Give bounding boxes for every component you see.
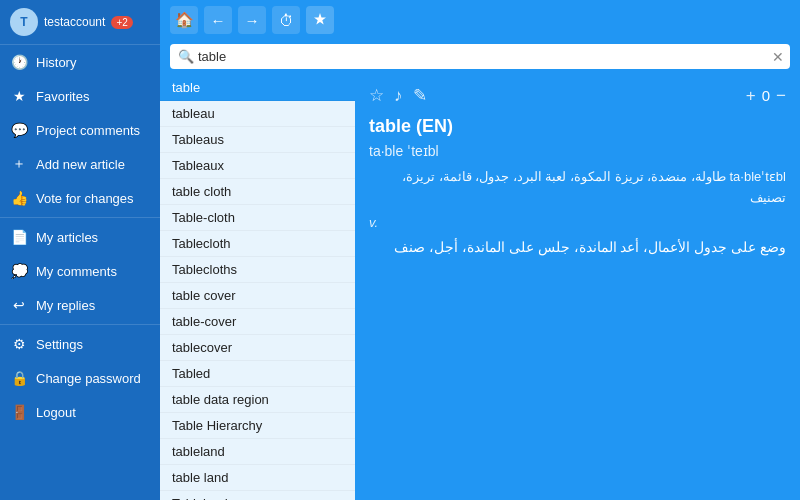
sidebar-item-favorites[interactable]: ★ Favorites: [0, 79, 160, 113]
main-panel: 🏠 ← → ⏱ 🔍 ✕ table tableau Tableaus Table…: [160, 0, 800, 500]
sidebar-badge: +2: [111, 16, 132, 29]
lock-icon: 🔒: [10, 369, 28, 387]
definition-pos: v.: [369, 215, 786, 230]
back-button[interactable]: ←: [204, 6, 232, 34]
definition-phonetic: ta·ble ˈteɪbl: [369, 143, 786, 159]
sidebar-item-label: Logout: [36, 405, 76, 420]
plus-button[interactable]: +: [746, 86, 756, 106]
avatar: T: [10, 8, 38, 36]
word-item-tablecover[interactable]: tablecover: [160, 335, 355, 361]
sidebar-item-label: My comments: [36, 264, 117, 279]
settings-icon: ⚙: [10, 335, 28, 353]
comments-icon: 💬: [10, 121, 28, 139]
sidebar-item-label: Settings: [36, 337, 83, 352]
sidebar-item-label: My articles: [36, 230, 98, 245]
home-button[interactable]: 🏠: [170, 6, 198, 34]
word-item-tableaux[interactable]: Tableaux: [160, 153, 355, 179]
sidebar-item-my-replies[interactable]: ↩ My replies: [0, 288, 160, 322]
word-item-table-hierarchy[interactable]: Table Hierarchy: [160, 413, 355, 439]
sidebar-item-history[interactable]: 🕐 History: [0, 45, 160, 79]
word-item-table[interactable]: table: [160, 75, 355, 101]
search-wrapper: 🔍 ✕: [170, 44, 790, 69]
sidebar-item-project-comments[interactable]: 💬 Project comments: [0, 113, 160, 147]
word-item-tablecloths[interactable]: Tablecloths: [160, 257, 355, 283]
vote-icon: 👍: [10, 189, 28, 207]
sidebar-item-label: Favorites: [36, 89, 89, 104]
toolbar: 🏠 ← → ⏱: [160, 0, 800, 40]
sidebar-item-change-password[interactable]: 🔒 Change password: [0, 361, 160, 395]
forward-button[interactable]: →: [238, 6, 266, 34]
word-item-tabled[interactable]: Tabled: [160, 361, 355, 387]
audio-button[interactable]: ♪: [394, 86, 403, 106]
articles-icon: 📄: [10, 228, 28, 246]
def-toolbar: ☆ ♪ ✎ + 0 −: [369, 85, 786, 106]
content-area: table tableau Tableaus Tableaux table cl…: [160, 75, 800, 500]
sidebar-item-label: Add new article: [36, 157, 125, 172]
word-item-tableaus[interactable]: Tableaus: [160, 127, 355, 153]
sidebar-item-my-comments[interactable]: 💭 My comments: [0, 254, 160, 288]
word-item-table-land[interactable]: table land: [160, 465, 355, 491]
star-button[interactable]: ☆: [369, 85, 384, 106]
sidebar-item-label: My replies: [36, 298, 95, 313]
logout-icon: 🚪: [10, 403, 28, 421]
sidebar-header: T testaccount +2: [0, 0, 160, 45]
favorites-nav-button[interactable]: [306, 6, 334, 34]
count-display: 0: [762, 87, 770, 104]
word-item-table-cover-hyphen[interactable]: table-cover: [160, 309, 355, 335]
word-item-table-data-region[interactable]: table data region: [160, 387, 355, 413]
word-item-tableland[interactable]: tableland: [160, 439, 355, 465]
word-item-table-cover[interactable]: table cover: [160, 283, 355, 309]
sidebar-item-my-articles[interactable]: 📄 My articles: [0, 220, 160, 254]
add-icon: ＋: [10, 155, 28, 173]
minus-button[interactable]: −: [776, 86, 786, 106]
search-icon: 🔍: [178, 49, 194, 64]
sidebar-item-logout[interactable]: 🚪 Logout: [0, 395, 160, 429]
search-clear-button[interactable]: ✕: [772, 49, 784, 65]
edit-button[interactable]: ✎: [413, 85, 427, 106]
word-item-tablelands[interactable]: Tablelands: [160, 491, 355, 500]
word-item-tableau[interactable]: tableau: [160, 101, 355, 127]
def-toolbar-right: + 0 −: [746, 86, 786, 106]
search-bar: 🔍 ✕: [160, 40, 800, 75]
definition-panel: ☆ ♪ ✎ + 0 − table (EN) ta·ble ˈteɪbl ta·…: [355, 75, 800, 500]
sidebar-item-label: Project comments: [36, 123, 140, 138]
word-item-table-cloth-hyphen[interactable]: Table-cloth: [160, 205, 355, 231]
sidebar-item-label: Vote for changes: [36, 191, 134, 206]
history-icon: 🕐: [10, 53, 28, 71]
definition-meaning: وضع على جدول الأعمال، أعد الماندة، جلس ع…: [369, 236, 786, 260]
sidebar-item-vote[interactable]: 👍 Vote for changes: [0, 181, 160, 215]
word-item-tablecloth[interactable]: Tablecloth: [160, 231, 355, 257]
word-list: table tableau Tableaus Tableaux table cl…: [160, 75, 355, 500]
my-comments-icon: 💭: [10, 262, 28, 280]
sidebar-username: testaccount: [44, 15, 105, 29]
sidebar-item-settings[interactable]: ⚙ Settings: [0, 327, 160, 361]
word-item-table-cloth-spaced[interactable]: table cloth: [160, 179, 355, 205]
sidebar: T testaccount +2 🕐 History ★ Favorites 💬…: [0, 0, 160, 500]
sidebar-item-label: Change password: [36, 371, 141, 386]
sidebar-item-label: History: [36, 55, 76, 70]
favorites-icon: ★: [10, 87, 28, 105]
replies-icon: ↩: [10, 296, 28, 314]
sidebar-item-add-article[interactable]: ＋ Add new article: [0, 147, 160, 181]
definition-title: table (EN): [369, 116, 786, 137]
history-button[interactable]: ⏱: [272, 6, 300, 34]
search-input[interactable]: [170, 44, 790, 69]
definition-transliteration: ta·bleˈtɛbl طاولة، منضدة، تريزة المكوة، …: [369, 167, 786, 209]
